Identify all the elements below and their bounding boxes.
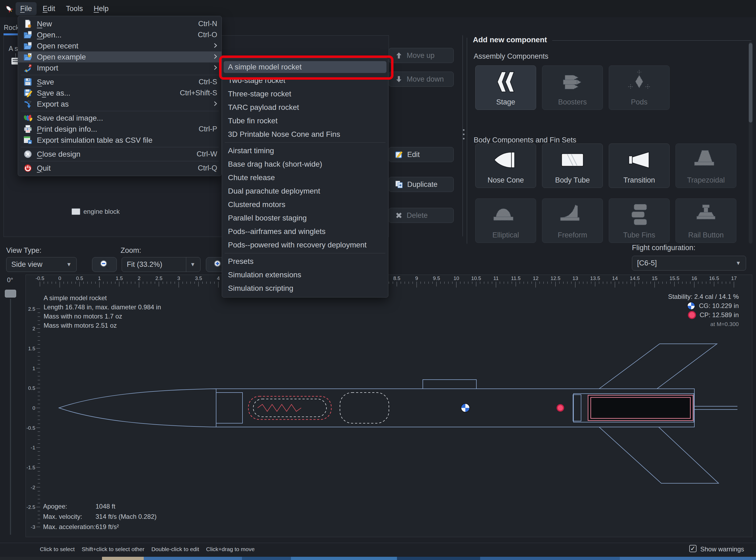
menu-item-open[interactable]: Open...Ctrl-O <box>18 29 222 40</box>
menubar-item-edit[interactable]: Edit <box>38 2 60 15</box>
arrow-down-icon <box>395 75 403 83</box>
move-up-button[interactable]: Move up <box>389 48 454 63</box>
menubar-item-file[interactable]: File <box>16 2 37 15</box>
table-csv-icon <box>23 136 33 145</box>
example-item-tarc-payload-rocket[interactable]: TARC payload rocket <box>222 101 388 114</box>
menu-item-label: Quit <box>37 164 50 173</box>
menu-item-close-design[interactable]: Close designCtrl-W <box>18 148 222 160</box>
component-button-nose-cone[interactable]: Nose Cone <box>475 143 536 188</box>
example-item-label: Pods--powered with recovery deployment <box>224 239 387 251</box>
component-button-tube-fins[interactable]: Tube Fins <box>609 198 670 243</box>
rotation-slider-track[interactable] <box>10 299 11 535</box>
flight-config-dropdown[interactable]: [C6-5] ▼ <box>632 256 746 271</box>
tab-rocket-design-fragment[interactable]: Rock <box>4 24 19 32</box>
duplicate-button[interactable]: Duplicate <box>389 177 454 192</box>
body-components-row-1: Nose ConeBody TubeTransitionTrapezoidal <box>475 143 736 188</box>
component-button-label: Stage <box>496 98 515 106</box>
example-item-simulation-scripting[interactable]: Simulation scripting <box>222 282 388 295</box>
assembly-components-label: Assembly Components <box>474 52 549 61</box>
component-button-boosters[interactable]: Boosters <box>542 65 603 110</box>
example-item-pods-powered-with-recovery-deployment[interactable]: Pods--powered with recovery deployment <box>222 238 388 252</box>
cp-value: CP: 12.589 in <box>700 311 739 319</box>
example-item-chute-release[interactable]: Chute release <box>222 171 388 184</box>
rotation-slider-handle[interactable] <box>5 290 16 298</box>
example-item-clustered-motors[interactable]: Clustered motors <box>222 198 388 211</box>
menu-item-label: Close design <box>37 150 80 159</box>
cp-icon <box>688 311 696 319</box>
example-item-3d-printable-nose-cone-and-fins[interactable]: 3D Printable Nose Cone and Fins <box>222 127 388 141</box>
rotation-angle-label: 0° <box>7 276 13 284</box>
example-item-simulation-extensions[interactable]: Simulation extensions <box>222 268 388 282</box>
example-item-pods-airframes-and-winglets[interactable]: Pods--airframes and winglets <box>222 225 388 238</box>
menubar-item-tools[interactable]: Tools <box>61 2 87 15</box>
tree-item-engine-block[interactable]: engine block <box>71 208 120 215</box>
delete-button[interactable]: Delete <box>389 208 454 223</box>
menu-item-open-recent[interactable]: Open recent <box>18 40 222 52</box>
example-item-label: Simulation extensions <box>224 269 387 281</box>
menu-item-save-decal-image[interactable]: Save decal image... <box>18 113 222 124</box>
example-item-tube-fin-rocket[interactable]: Tube fin rocket <box>222 114 388 127</box>
menu-item-save-as[interactable]: Save as...Ctrl+Shift-S <box>18 87 222 99</box>
component-button-body-tube[interactable]: Body Tube <box>542 143 603 188</box>
component-button-label: Rail Button <box>688 231 724 239</box>
example-item-presets[interactable]: Presets <box>222 255 388 268</box>
menu-separator <box>21 111 219 111</box>
splitter-handle-dot <box>463 134 465 135</box>
file-menu-popup: NewCtrl-NOpen...Ctrl-OOpen recentOpen ex… <box>18 16 222 176</box>
component-button-elliptical[interactable]: Elliptical <box>475 198 536 243</box>
move-down-button[interactable]: Move down <box>389 72 454 87</box>
zoom-dropdown[interactable]: Fit (33.2%) ▼ <box>122 257 201 272</box>
body-tube-icon <box>555 144 590 176</box>
rocket-design-canvas[interactable] <box>25 275 752 537</box>
stability-value: Stability: 2.4 cal / 14.1 % <box>668 292 739 301</box>
show-warnings-checkbox[interactable]: ✓ <box>689 545 696 552</box>
menu-item-label: Import <box>37 64 58 73</box>
menu-item-export-as[interactable]: Export as <box>18 99 222 109</box>
menubar-item-help[interactable]: Help <box>89 2 113 15</box>
example-item-base-drag-hack-short-wide[interactable]: Base drag hack (short-wide) <box>222 158 388 171</box>
mach-condition: at M=0.300 <box>668 320 739 329</box>
view-type-dropdown[interactable]: Side view ▼ <box>6 257 77 272</box>
boosters-icon <box>555 66 590 98</box>
chevron-down-icon: ▼ <box>190 261 196 267</box>
menu-item-import[interactable]: Import <box>18 62 222 74</box>
quit-power-icon <box>23 164 33 173</box>
new-document-icon <box>23 19 33 28</box>
example-item-label: Base drag hack (short-wide) <box>224 158 387 170</box>
splitter-handle-dot <box>463 129 465 131</box>
component-button-label: Trapezoidal <box>687 176 725 184</box>
menu-item-print-design-info[interactable]: Print design info...Ctrl-P <box>18 124 222 135</box>
freeform-fin-icon <box>555 199 590 231</box>
rocket-mass-motors: Mass with motors 2.51 oz <box>44 321 117 330</box>
example-item-parallel-booster-staging[interactable]: Parallel booster staging <box>222 211 388 225</box>
component-button-label: Elliptical <box>492 231 519 239</box>
menu-item-quit[interactable]: QuitCtrl-Q <box>18 163 222 174</box>
zoom-out-button[interactable] <box>92 257 117 272</box>
component-button-pods[interactable]: Pods <box>609 65 670 110</box>
example-item-label: TARC payload rocket <box>224 101 387 113</box>
app-rocket-icon <box>4 4 14 13</box>
edit-button[interactable]: Edit <box>389 147 454 162</box>
component-button-stage[interactable]: Stage <box>475 65 536 110</box>
scrollbar-thumb[interactable] <box>749 43 753 122</box>
panel-splitter[interactable] <box>462 35 463 236</box>
open-example-folder-icon <box>23 53 33 62</box>
menu-item-open-example[interactable]: Open example <box>18 52 222 62</box>
menu-item-label: Open recent <box>37 42 78 51</box>
component-button-freeform[interactable]: Freeform <box>542 198 603 243</box>
component-button-label: Tube Fins <box>623 231 655 239</box>
component-button-trapezoidal[interactable]: Trapezoidal <box>676 143 736 188</box>
example-item-label: Three-stage rocket <box>224 88 387 100</box>
acceleration-value: 619 ft/s² <box>96 523 119 531</box>
component-button-label: Transition <box>623 176 655 184</box>
example-item-airstart-timing[interactable]: Airstart timing <box>222 144 388 158</box>
component-button-transition[interactable]: Transition <box>609 143 670 188</box>
menu-item-export-simulation-table-as-csv-file[interactable]: Export simulation table as CSV file <box>18 135 222 146</box>
menu-item-save[interactable]: SaveCtrl-S <box>18 77 222 87</box>
example-item-label: Presets <box>224 256 387 267</box>
component-button-rail-button[interactable]: Rail Button <box>676 198 736 243</box>
menu-item-new[interactable]: NewCtrl-N <box>18 18 222 29</box>
example-item-dual-parachute-deployment[interactable]: Dual parachute deployment <box>222 184 388 198</box>
rocket-length: Length 16.748 in, max. diameter 0.984 in <box>44 303 161 312</box>
example-item-three-stage-rocket[interactable]: Three-stage rocket <box>222 87 388 101</box>
